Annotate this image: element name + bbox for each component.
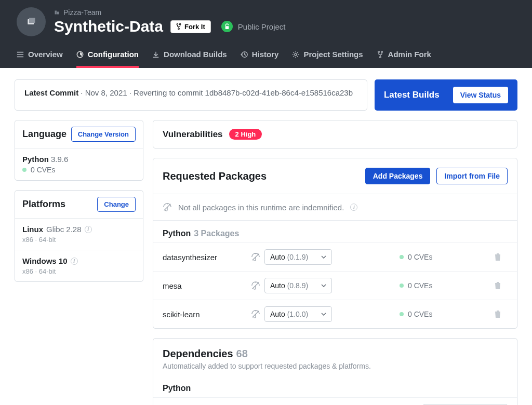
svg-point-12 (381, 51, 382, 52)
fork-icon (176, 23, 181, 30)
package-cve: 0 CVEs (408, 253, 432, 261)
latest-commit-box: Latest Commit · Nov 8, 2021 · Reverting … (15, 79, 367, 111)
vuln-high-badge[interactable]: 2 High (229, 129, 262, 140)
org-icon (54, 9, 60, 16)
visibility-label: Public Project (238, 22, 286, 31)
dependency-row: arrow 1.2.1 Choose different version (153, 397, 517, 405)
platforms-title: Platforms (22, 199, 65, 210)
vulnerabilities-card: Vulnerabilities 2 High (153, 120, 517, 148)
tab-download-builds[interactable]: Download Builds (152, 50, 227, 68)
dependencies-card: Dependencies68 Automatically added to su… (153, 338, 517, 405)
latest-builds-title: Latest Builds (384, 90, 440, 100)
platform-arch: x86 · 64-bit (22, 236, 136, 244)
svg-rect-3 (57, 12, 59, 15)
svg-rect-2 (55, 11, 57, 15)
dependencies-subtitle: Automatically added to support requested… (163, 362, 508, 370)
menu-icon (17, 51, 24, 58)
tab-overview[interactable]: Overview (17, 50, 63, 68)
package-name[interactable]: scikit-learn (163, 310, 251, 319)
package-cve: 0 CVEs (408, 281, 432, 290)
wrench-icon (76, 51, 84, 58)
package-group-count: 3 Packages (194, 229, 239, 238)
fork-button[interactable]: Fork It (170, 20, 211, 33)
umbrella-icon (251, 252, 260, 262)
fork-icon (377, 51, 384, 58)
change-platforms-button[interactable]: Change (97, 197, 136, 212)
dependencies-count: 68 (236, 348, 248, 359)
chevron-down-icon (321, 284, 326, 287)
chevron-down-icon (321, 313, 326, 316)
svg-point-6 (178, 28, 180, 30)
version-select[interactable]: Auto (0.8.9) (264, 278, 332, 293)
requested-packages-title: Requested Packages (163, 170, 267, 182)
cve-dot-icon (400, 284, 404, 288)
project-avatar (17, 7, 46, 36)
svg-rect-1 (29, 18, 35, 23)
package-cve: 0 CVEs (408, 310, 432, 318)
package-name[interactable]: mesa (163, 281, 251, 290)
umbrella-icon (163, 203, 172, 212)
platform-name: Windows 10 (22, 256, 68, 265)
trash-icon (494, 310, 501, 318)
svg-rect-7 (225, 26, 229, 29)
indemnified-text: Not all packages in this runtime are ind… (178, 203, 344, 212)
delete-package-button[interactable] (494, 281, 508, 290)
platform-name: Linux (22, 225, 43, 234)
view-status-button[interactable]: View Status (453, 87, 508, 103)
svg-point-11 (378, 51, 379, 52)
tab-configuration[interactable]: Configuration (76, 50, 139, 68)
change-version-button[interactable]: Change Version (71, 127, 136, 142)
project-title: Synthetic-Data (54, 18, 163, 35)
tab-history[interactable]: History (241, 50, 279, 68)
latest-commit-label: Latest Commit (24, 88, 78, 97)
svg-point-4 (177, 23, 178, 25)
info-icon[interactable]: i (350, 204, 357, 211)
unlock-icon (221, 21, 233, 32)
platform-arch: x86 · 64-bit (22, 267, 136, 275)
history-icon (241, 51, 248, 58)
tab-admin-fork[interactable]: Admin Fork (377, 50, 431, 68)
package-name[interactable]: datasynthesizer (163, 253, 251, 262)
version-select[interactable]: Auto (0.1.9) (264, 249, 332, 265)
gear-icon (292, 51, 299, 58)
delete-package-button[interactable] (494, 310, 508, 318)
import-from-file-button[interactable]: Import from File (436, 168, 508, 184)
cve-dot-icon (400, 312, 404, 316)
requested-packages-card: Requested Packages Add Packages Import f… (153, 158, 517, 329)
org-name: Pizza-Team (63, 8, 101, 17)
package-row: mesa Auto (0.8.9) 0 CVEs (153, 271, 517, 300)
umbrella-icon (251, 309, 260, 319)
cve-dot-icon (400, 255, 404, 259)
info-icon[interactable]: i (71, 258, 78, 265)
svg-point-10 (295, 53, 297, 55)
svg-point-13 (379, 56, 381, 58)
package-row: datasynthesizer Auto (0.1.9) 0 CVEs (153, 242, 517, 271)
tab-bar: Overview Configuration Download Builds H… (0, 42, 532, 68)
trash-icon (494, 253, 501, 261)
platforms-card: Platforms Change Linux Glibc 2.28 i x86 … (15, 190, 143, 282)
add-packages-button[interactable]: Add Packages (365, 168, 431, 184)
platform-extra: Glibc 2.28 (46, 225, 82, 234)
vulnerabilities-title: Vulnerabilities (163, 129, 223, 140)
tab-project-settings[interactable]: Project Settings (292, 50, 363, 68)
package-group-title: Python (163, 229, 191, 238)
language-name: Python (22, 155, 49, 164)
language-version: 3.9.6 (51, 155, 68, 164)
language-title: Language (22, 129, 66, 140)
package-row: scikit-learn Auto (1.0.0) 0 CVEs (153, 300, 517, 328)
dependency-group-title: Python (153, 373, 517, 397)
version-select[interactable]: Auto (1.0.0) (264, 306, 332, 322)
language-cve: 0 CVEs (31, 166, 55, 174)
chevron-down-icon (321, 255, 326, 259)
latest-builds-box: Latest Builds View Status (375, 79, 517, 111)
latest-commit-text: · Nov 8, 2021 · Reverting to commit 1db8… (78, 88, 353, 97)
info-icon[interactable]: i (85, 226, 92, 233)
cve-dot-icon (22, 168, 26, 172)
org-breadcrumb[interactable]: Pizza-Team (54, 8, 286, 17)
dependencies-title: Dependencies (163, 348, 233, 359)
svg-point-5 (179, 23, 181, 25)
language-card: Language Change Version Python 3.9.6 0 C… (15, 120, 143, 181)
download-icon (152, 51, 159, 58)
delete-package-button[interactable] (494, 253, 508, 261)
trash-icon (494, 281, 501, 290)
